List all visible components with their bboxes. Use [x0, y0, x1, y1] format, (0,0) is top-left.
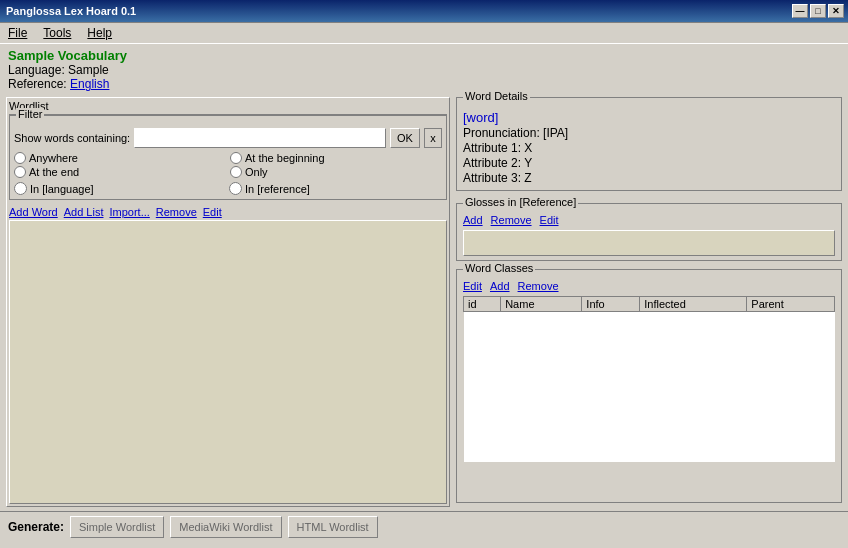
- glosses-title: Glosses in [Reference]: [463, 196, 578, 208]
- radio-anywhere-label: Anywhere: [29, 152, 78, 164]
- radio-language-label: In [language]: [30, 183, 94, 195]
- glosses-actions: Add Remove Edit: [463, 214, 835, 226]
- col-inflected: Inflected: [640, 297, 747, 312]
- gloss-display-area: [463, 230, 835, 256]
- radio-only: Only: [230, 166, 442, 178]
- word-classes-body: [464, 312, 835, 462]
- app-title: Panglossa Lex Hoard 0.1: [6, 5, 136, 17]
- mediawiki-wordlist-button[interactable]: MediaWiki Wordlist: [170, 516, 281, 538]
- remove-link[interactable]: Remove: [156, 206, 197, 218]
- radio-anywhere: Anywhere: [14, 152, 226, 164]
- col-id: id: [464, 297, 501, 312]
- app-info: Sample Vocabulary Language: Sample Refer…: [0, 44, 848, 93]
- search-position-options: Anywhere At the beginning At the end Onl…: [14, 152, 442, 178]
- maximize-button[interactable]: □: [810, 4, 826, 18]
- radio-end: At the end: [14, 166, 226, 178]
- attribute3-row: Attribute 3: Z: [463, 171, 835, 185]
- radio-language-input[interactable]: [14, 182, 27, 195]
- right-panel: Word Details [word] Pronunciation: [IPA]…: [456, 97, 842, 507]
- radio-end-input[interactable]: [14, 166, 26, 178]
- word-value: [word]: [463, 110, 835, 125]
- filter-row: Show words containing: OK x: [14, 128, 442, 148]
- main-content: Wordlist Filter Show words containing: O…: [0, 93, 848, 511]
- add-word-link[interactable]: Add Word: [9, 206, 58, 218]
- col-parent: Parent: [747, 297, 835, 312]
- reference-label: Reference: English: [8, 77, 840, 91]
- menu-bar: File Tools Help: [0, 22, 848, 44]
- col-name: Name: [501, 297, 582, 312]
- glosses-edit-link[interactable]: Edit: [540, 214, 559, 226]
- radio-anywhere-input[interactable]: [14, 152, 26, 164]
- wc-edit-link[interactable]: Edit: [463, 280, 482, 292]
- reference-link[interactable]: English: [70, 77, 109, 91]
- minimize-button[interactable]: —: [792, 4, 808, 18]
- word-classes-actions: Edit Add Remove: [463, 280, 835, 292]
- radio-beginning-label: At the beginning: [245, 152, 325, 164]
- show-words-label: Show words containing:: [14, 132, 130, 144]
- wc-remove-link[interactable]: Remove: [518, 280, 559, 292]
- search-in-language: In [language]: [14, 182, 227, 195]
- word-classes-box: Word Classes Edit Add Remove id Name Inf…: [456, 269, 842, 503]
- title-bar: Panglossa Lex Hoard 0.1 — □ ✕: [0, 0, 848, 22]
- glosses-remove-link[interactable]: Remove: [491, 214, 532, 226]
- attribute2-row: Attribute 2: Y: [463, 156, 835, 170]
- menu-file[interactable]: File: [4, 25, 31, 41]
- filter-group: Filter Show words containing: OK x Anywh…: [9, 114, 447, 200]
- radio-reference-label: In [reference]: [245, 183, 310, 195]
- attribute1-row: Attribute 1: X: [463, 141, 835, 155]
- word-details-box: Word Details [word] Pronunciation: [IPA]…: [456, 97, 842, 191]
- word-list-area[interactable]: [9, 220, 447, 504]
- wc-add-link[interactable]: Add: [490, 280, 510, 292]
- pronunciation-row: Pronunciation: [IPA]: [463, 126, 835, 140]
- clear-button[interactable]: x: [424, 128, 442, 148]
- left-panel: Wordlist Filter Show words containing: O…: [6, 97, 450, 507]
- search-in-options: In [language] In [reference]: [14, 182, 442, 195]
- radio-only-label: Only: [245, 166, 268, 178]
- html-wordlist-button[interactable]: HTML Wordlist: [288, 516, 378, 538]
- close-button[interactable]: ✕: [828, 4, 844, 18]
- word-classes-title: Word Classes: [463, 262, 535, 274]
- radio-beginning-input[interactable]: [230, 152, 242, 164]
- glosses-box: Glosses in [Reference] Add Remove Edit: [456, 203, 842, 261]
- add-list-link[interactable]: Add List: [64, 206, 104, 218]
- glosses-add-link[interactable]: Add: [463, 214, 483, 226]
- edit-link[interactable]: Edit: [203, 206, 222, 218]
- generate-label: Generate:: [8, 520, 64, 534]
- search-in-reference: In [reference]: [229, 182, 442, 195]
- radio-end-label: At the end: [29, 166, 79, 178]
- import-link[interactable]: Import...: [109, 206, 149, 218]
- search-input[interactable]: [134, 128, 386, 148]
- radio-only-input[interactable]: [230, 166, 242, 178]
- simple-wordlist-button[interactable]: Simple Wordlist: [70, 516, 164, 538]
- menu-tools[interactable]: Tools: [39, 25, 75, 41]
- sample-vocabulary-label: Sample Vocabulary: [8, 48, 840, 63]
- word-details-title: Word Details: [463, 90, 530, 102]
- radio-reference-input[interactable]: [229, 182, 242, 195]
- filter-group-title: Filter: [16, 108, 44, 120]
- title-bar-buttons: — □ ✕: [792, 4, 844, 18]
- col-info: Info: [582, 297, 640, 312]
- word-classes-table: id Name Info Inflected Parent: [463, 296, 835, 462]
- menu-help[interactable]: Help: [83, 25, 116, 41]
- wordlist-label: Wordlist: [9, 100, 447, 112]
- ok-button[interactable]: OK: [390, 128, 420, 148]
- wordlist-actions: Add Word Add List Import... Remove Edit: [9, 204, 447, 220]
- bottom-bar: Generate: Simple Wordlist MediaWiki Word…: [0, 511, 848, 541]
- radio-beginning: At the beginning: [230, 152, 442, 164]
- language-label: Language: Sample: [8, 63, 840, 77]
